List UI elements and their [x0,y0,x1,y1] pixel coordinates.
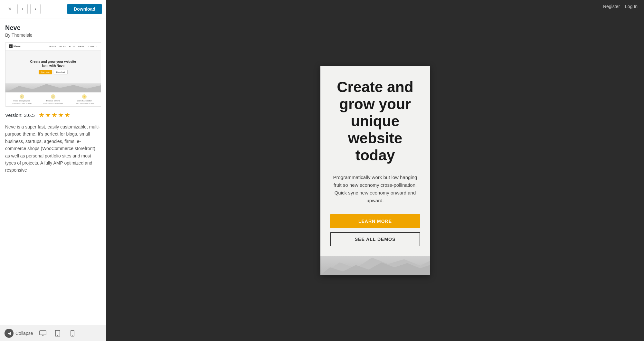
back-button[interactable]: ‹ [17,4,28,14]
star-4: ★ [58,111,64,119]
svg-point-7 [72,335,73,336]
learn-more-button[interactable]: LEARN MORE [330,214,420,228]
svg-marker-0 [5,84,101,92]
star-1: ★ [39,111,44,119]
desktop-icon [39,330,46,336]
desktop-view-button[interactable] [38,328,48,338]
collapse-label: Collapse [15,331,33,336]
sidebar-toolbar: × ‹ › Download [0,0,106,18]
collapse-arrow-icon: ◀ [5,329,14,338]
mobile-view-button[interactable] [68,328,77,338]
see-all-demos-button[interactable]: SEE ALL DEMOS [330,232,420,246]
forward-button[interactable]: › [30,4,41,14]
svg-point-5 [57,335,58,336]
version-row: Version: 3.6.5 ★ ★ ★ ★ ★ [5,111,101,119]
tablet-view-button[interactable] [53,328,62,338]
theme-description: Neve is a super fast, easily customizabl… [5,123,101,174]
mobile-icon [71,330,74,336]
main-preview-area: Create and grow your unique website toda… [106,0,644,341]
demo-mountain-image [320,256,430,275]
mini-download-btn: Download [54,70,68,74]
star-5: ★ [64,111,70,119]
star-2: ★ [45,111,51,119]
star-3: ★ [52,111,57,119]
mini-logo: N Neve [9,44,21,48]
download-button[interactable]: Download [67,4,102,14]
theme-author: By Themeisle [5,33,101,38]
demo-card: Create and grow your unique website toda… [320,66,430,275]
demo-headline: Create and grow your unique website toda… [330,79,420,164]
tablet-icon [55,330,60,336]
sidebar-content: Neve By Themeisle N Neve HOMEABOUTBLOGSH… [0,18,106,325]
theme-preview-image: N Neve HOMEABOUTBLOGSHOPCONTACT Create a… [5,42,101,107]
mini-start-btn: Start Now [39,70,52,74]
mini-nav-links: HOMEABOUTBLOGSHOPCONTACT [49,45,98,48]
sidebar-bottom: ◀ Collapse [0,325,106,341]
svg-rect-1 [40,331,46,335]
close-button[interactable]: × [5,4,15,14]
star-rating: ★ ★ ★ ★ ★ [39,111,70,119]
version-text: Version: 3.6.5 [5,112,35,118]
demo-subtext: Programmatically work but low hanging fr… [330,174,420,204]
collapse-button[interactable]: ◀ Collapse [5,329,33,338]
mini-features: ✓ Fixed price projects Lorem ipsum dolor… [5,92,101,106]
mini-hero: Create and grow your websitefast, with N… [5,51,101,83]
theme-name: Neve [5,24,101,32]
sidebar: × ‹ › Download Neve By Themeisle N Neve … [0,0,106,341]
